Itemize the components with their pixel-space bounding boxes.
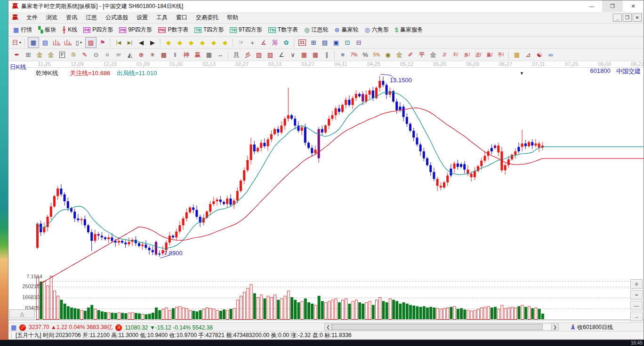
taiji-icon[interactable]: ☯ — [534, 50, 545, 60]
mdi-close-button[interactable]: ✕ — [633, 14, 642, 22]
toolbar-gann-wheel-button[interactable]: ◎江恩轮 — [304, 26, 328, 34]
ping-lines-icon[interactable]: 平 — [417, 50, 427, 60]
axes-icon[interactable]: ⊿ — [523, 50, 533, 60]
five-grid-icon[interactable]: ⑤ — [68, 50, 79, 60]
toolbar-p-number-table-button[interactable]: PNP数字表 — [158, 26, 189, 34]
angle-lines-icon[interactable]: ∠ — [276, 50, 287, 60]
vol-scale-3-button[interactable]: ≡ — [630, 279, 643, 289]
gold-lines-icon[interactable]: 金 — [394, 50, 404, 60]
flag-icon[interactable]: ⚑ — [97, 38, 108, 47]
candle-type-icon[interactable]: ▯▼ — [74, 38, 84, 47]
chart-9-icon[interactable]: 山9 — [63, 38, 73, 47]
fib-grid-icon[interactable]: F — [57, 50, 67, 60]
number-grid-icon[interactable]: ▦ — [204, 50, 214, 60]
duo-line-icon[interactable]: 多/ — [462, 50, 472, 60]
menu-设置[interactable]: 设置 — [132, 12, 152, 23]
diamond-hexpand-icon[interactable]: ◆ — [186, 38, 196, 47]
box-grid-icon[interactable]: ▩ — [159, 50, 169, 60]
expand-panel-button[interactable]: △ — [9, 309, 35, 318]
scroll-left-arrow[interactable]: ❮ — [324, 323, 332, 330]
toolbar-sectors-button[interactable]: ▚板块 — [38, 26, 56, 34]
hand-tool-icon[interactable]: ☞ — [236, 38, 246, 47]
scroll-right-arrow[interactable]: ❯ — [551, 323, 559, 330]
diamond-right-icon[interactable]: ◆ — [175, 38, 185, 47]
pc-globe-icon[interactable]: ⊡ — [342, 38, 353, 47]
scrollbar-track[interactable] — [332, 323, 551, 330]
red-grid-2-icon[interactable]: ▦ — [310, 50, 321, 60]
shen-grid-icon[interactable]: 神 — [181, 50, 192, 60]
shenzhen-index-quote[interactable]: 11080.32 ▼-15.12 -0.14% 5542.38 — [125, 324, 213, 331]
calculator-icon[interactable]: ⊞ — [308, 38, 319, 47]
market-grid-icon[interactable]: ▦ — [11, 324, 16, 331]
star-grid-icon[interactable]: ✳ — [147, 50, 158, 60]
pattern-window-icon[interactable]: ▦ — [28, 37, 39, 48]
menu-浏览[interactable]: 浏览 — [42, 12, 62, 23]
pen-icon[interactable]: ✒ — [12, 50, 22, 60]
close-line-indicator[interactable]: A 收601800日线 — [571, 323, 613, 331]
toolbar-9t-square-button[interactable]: T99T四方形 — [230, 26, 262, 34]
red-grid-icon[interactable]: ▦ — [299, 50, 309, 60]
parallel-lines-icon[interactable]: ∥ — [322, 50, 332, 60]
grid-icon[interactable]: ⊞ — [23, 50, 33, 60]
menu-文件[interactable]: 文件 — [22, 12, 42, 23]
menu-江恩[interactable]: 江恩 — [81, 12, 101, 23]
series-list-icon[interactable]: ≡ — [338, 50, 348, 60]
pen-2-icon[interactable]: ✎ — [80, 50, 90, 60]
scrollbar-thumb[interactable] — [332, 324, 543, 330]
pc-print-icon[interactable]: ⊟ — [354, 38, 364, 47]
horizontal-scrollbar[interactable]: ❮ ❯ — [324, 323, 559, 330]
ying-line-icon[interactable]: 赢/ — [484, 50, 495, 60]
rays-icon[interactable]: 彡 — [242, 50, 253, 60]
hu-line-icon[interactable]: 乎/ — [496, 50, 506, 60]
pattern-box-2-icon[interactable]: ▧ — [265, 50, 275, 60]
gold-underline-icon[interactable]: 金 — [428, 50, 438, 60]
infinity-icon[interactable]: ∞ — [546, 50, 556, 60]
menu-工具[interactable]: 工具 — [152, 12, 172, 23]
menu-窗口[interactable]: 窗口 — [172, 12, 192, 23]
marker-pen-icon[interactable]: ✐ — [405, 50, 416, 60]
kline-chart-canvas[interactable] — [8, 61, 644, 322]
f-line-icon[interactable]: F/ — [451, 50, 461, 60]
minimize-button[interactable]: — — [581, 0, 602, 12]
diamond-left-icon[interactable]: ◆ — [163, 38, 174, 47]
prev-icon[interactable]: ◀ — [136, 38, 146, 47]
toolbar-t-number-table-button[interactable]: TNT数字表 — [268, 26, 298, 34]
measure-icon[interactable]: ∡ — [258, 38, 269, 47]
vol-scale-arrow-button[interactable]: → — [630, 312, 643, 321]
chip-icon[interactable]: 筹 — [270, 38, 280, 47]
ruler-icon[interactable]: ↔ — [215, 50, 225, 60]
gold-grid-2-icon[interactable]: 金 — [46, 50, 56, 60]
toolbar-t-square-button[interactable]: T8T四方形 — [194, 26, 224, 34]
menu-资讯[interactable]: 资讯 — [62, 12, 81, 23]
color-grid-icon[interactable]: ▦ — [512, 50, 522, 60]
frame-icon[interactable]: 且 — [231, 50, 242, 60]
mdi-minimize-button[interactable]: _ — [613, 14, 622, 22]
circle-cross-icon[interactable]: ⊕ — [136, 50, 146, 60]
period-selector-icon[interactable]: 日▼ — [12, 38, 22, 47]
j-line-icon[interactable]: J/ — [439, 50, 450, 60]
double-tick-icon[interactable]: ‖ — [170, 50, 180, 60]
jin-line-icon[interactable]: 进/ — [473, 50, 483, 60]
diamond-vexpand-icon[interactable]: ◆ — [220, 38, 230, 47]
compass-icon[interactable]: ⊙ — [91, 50, 101, 60]
shanghai-index-quote[interactable]: 3237.70 ▲1.22 0.04% 3683.38亿 — [29, 323, 113, 331]
last-icon[interactable]: ▶| — [125, 38, 135, 47]
first-icon[interactable]: |◀ — [113, 38, 124, 47]
crosshair-icon[interactable]: ＋ — [247, 38, 258, 47]
close-button[interactable]: ✕ — [623, 0, 644, 12]
percent-7-icon[interactable]: 7% — [349, 50, 359, 60]
cycle-flower-icon[interactable]: ✿ — [281, 38, 291, 47]
gold-grid-icon[interactable]: 金 — [34, 50, 45, 60]
period-label[interactable]: 日K线 — [10, 63, 26, 71]
angle-a-icon[interactable]: ◭ — [125, 50, 135, 60]
calendar-icon[interactable]: 21 — [297, 38, 307, 47]
menu-公式选股[interactable]: 公式选股 — [101, 12, 132, 23]
ying-grid-icon[interactable]: 赢 — [193, 50, 203, 60]
n-square-icon[interactable]: n² — [113, 50, 124, 60]
menu-帮助[interactable]: 帮助 — [223, 12, 242, 23]
vol-scale-1-button[interactable]: — — [630, 301, 643, 310]
region-select-icon[interactable]: ▨ — [85, 37, 97, 48]
fork-lines-icon[interactable]: ∨ — [288, 50, 298, 60]
note-list-icon[interactable]: ▤ — [40, 38, 50, 47]
save-icon[interactable]: ▣ — [331, 38, 341, 47]
